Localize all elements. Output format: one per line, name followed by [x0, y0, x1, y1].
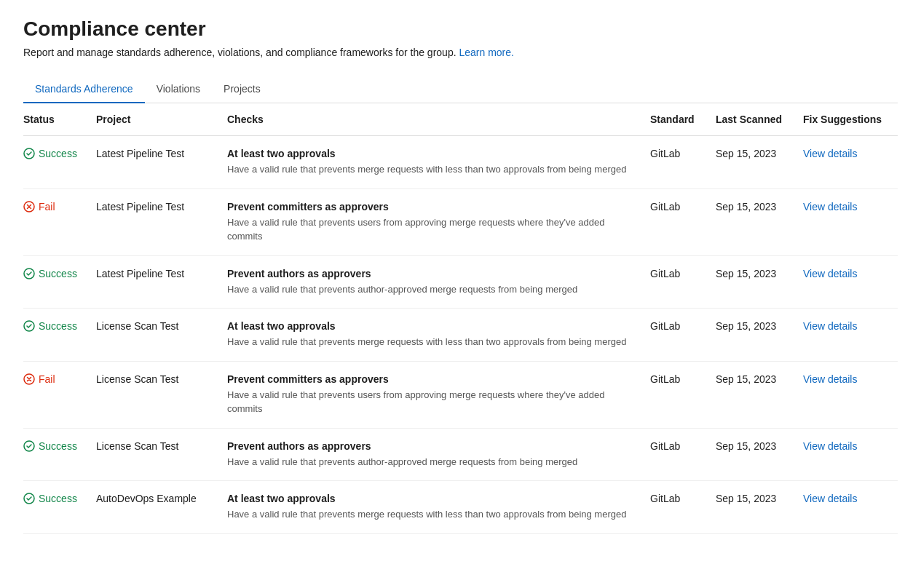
- table-row: SuccessAutoDevOps ExampleAt least two ap…: [23, 481, 898, 534]
- check-description: Have a valid rule that prevents users fr…: [227, 388, 641, 416]
- cell-project: AutoDevOps Example: [96, 481, 227, 534]
- check-description: Have a valid rule that prevents merge re…: [227, 162, 641, 177]
- cell-status: Success: [23, 309, 96, 362]
- success-icon: [23, 493, 35, 504]
- cell-checks: Prevent committers as approversHave a va…: [227, 361, 650, 428]
- table-row: SuccessLatest Pipeline TestPrevent autho…: [23, 255, 898, 309]
- status-success-indicator: Success: [23, 440, 87, 452]
- cell-last-scanned: Sep 15, 2023: [716, 361, 803, 428]
- view-details-link[interactable]: View details: [803, 373, 857, 385]
- table-header-row: Status Project Checks Standard Last Scan…: [23, 103, 898, 136]
- view-details-link[interactable]: View details: [803, 148, 857, 159]
- col-header-project: Project: [96, 103, 227, 136]
- view-details-link[interactable]: View details: [803, 493, 857, 504]
- cell-project: License Scan Test: [96, 361, 227, 428]
- check-title: At least two approvals: [227, 148, 641, 159]
- success-icon: [23, 320, 35, 332]
- cell-standard: GitLab: [650, 309, 716, 362]
- status-label: Success: [39, 268, 77, 279]
- check-description: Have a valid rule that prevents users fr…: [227, 215, 641, 244]
- tab-standards-adherence[interactable]: Standards Adherence: [23, 76, 145, 103]
- cell-status: Fail: [23, 188, 96, 255]
- cell-last-scanned: Sep 15, 2023: [716, 188, 803, 255]
- col-header-last-scanned: Last Scanned: [716, 103, 803, 136]
- cell-standard: GitLab: [650, 136, 716, 189]
- cell-standard: GitLab: [650, 255, 716, 309]
- status-label: Success: [39, 148, 77, 159]
- cell-last-scanned: Sep 15, 2023: [716, 481, 803, 534]
- status-label: Fail: [39, 201, 55, 212]
- cell-fix-suggestions: View details: [803, 255, 898, 309]
- cell-last-scanned: Sep 15, 2023: [716, 309, 803, 362]
- check-description: Have a valid rule that prevents merge re…: [227, 507, 641, 522]
- col-header-checks: Checks: [227, 103, 650, 136]
- check-title: Prevent committers as approvers: [227, 373, 641, 385]
- check-description: Have a valid rule that prevents author-a…: [227, 455, 641, 469]
- view-details-link[interactable]: View details: [803, 268, 857, 279]
- cell-fix-suggestions: View details: [803, 188, 898, 255]
- fail-icon: [23, 373, 35, 385]
- cell-status: Success: [23, 255, 96, 309]
- check-description: Have a valid rule that prevents merge re…: [227, 335, 641, 349]
- status-success-indicator: Success: [23, 268, 87, 279]
- cell-standard: GitLab: [650, 428, 716, 481]
- cell-standard: GitLab: [650, 481, 716, 534]
- compliance-table: Status Project Checks Standard Last Scan…: [23, 103, 898, 534]
- tab-projects[interactable]: Projects: [212, 76, 272, 103]
- cell-project: License Scan Test: [96, 428, 227, 481]
- table-row: SuccessLicense Scan TestAt least two app…: [23, 309, 898, 362]
- tab-bar: Standards Adherence Violations Projects: [23, 76, 898, 103]
- check-title: Prevent authors as approvers: [227, 268, 641, 279]
- cell-checks: Prevent committers as approversHave a va…: [227, 188, 650, 255]
- check-title: At least two approvals: [227, 493, 641, 504]
- view-details-link[interactable]: View details: [803, 320, 857, 332]
- cell-project: Latest Pipeline Test: [96, 188, 227, 255]
- table-row: FailLicense Scan TestPrevent committers …: [23, 361, 898, 428]
- view-details-link[interactable]: View details: [803, 440, 857, 452]
- status-label: Success: [39, 493, 77, 504]
- cell-checks: Prevent authors as approversHave a valid…: [227, 255, 650, 309]
- success-icon: [23, 440, 35, 452]
- col-header-standard: Standard: [650, 103, 716, 136]
- success-icon: [23, 268, 35, 279]
- status-fail-indicator: Fail: [23, 201, 87, 212]
- status-success-indicator: Success: [23, 493, 87, 504]
- status-label: Fail: [39, 373, 55, 385]
- cell-status: Fail: [23, 361, 96, 428]
- cell-checks: Prevent authors as approversHave a valid…: [227, 428, 650, 481]
- status-label: Success: [39, 440, 77, 452]
- cell-standard: GitLab: [650, 188, 716, 255]
- cell-project: Latest Pipeline Test: [96, 255, 227, 309]
- table-row: FailLatest Pipeline TestPrevent committe…: [23, 188, 898, 255]
- check-title: Prevent committers as approvers: [227, 201, 641, 212]
- cell-fix-suggestions: View details: [803, 428, 898, 481]
- cell-fix-suggestions: View details: [803, 309, 898, 362]
- tab-violations[interactable]: Violations: [145, 76, 212, 103]
- learn-more-link[interactable]: Learn more.: [459, 47, 513, 58]
- cell-standard: GitLab: [650, 361, 716, 428]
- col-header-status: Status: [23, 103, 96, 136]
- status-label: Success: [39, 320, 77, 332]
- view-details-link[interactable]: View details: [803, 201, 857, 212]
- cell-last-scanned: Sep 15, 2023: [716, 255, 803, 309]
- success-icon: [23, 148, 35, 159]
- cell-fix-suggestions: View details: [803, 361, 898, 428]
- check-description: Have a valid rule that prevents author-a…: [227, 282, 641, 297]
- cell-status: Success: [23, 136, 96, 189]
- cell-status: Success: [23, 428, 96, 481]
- page-title: Compliance center: [23, 17, 898, 41]
- cell-checks: At least two approvalsHave a valid rule …: [227, 481, 650, 534]
- status-success-indicator: Success: [23, 148, 87, 159]
- cell-last-scanned: Sep 15, 2023: [716, 428, 803, 481]
- table-row: SuccessLatest Pipeline TestAt least two …: [23, 136, 898, 189]
- fail-icon: [23, 201, 35, 212]
- status-success-indicator: Success: [23, 320, 87, 332]
- cell-project: License Scan Test: [96, 309, 227, 362]
- cell-checks: At least two approvalsHave a valid rule …: [227, 309, 650, 362]
- cell-last-scanned: Sep 15, 2023: [716, 136, 803, 189]
- check-title: At least two approvals: [227, 320, 641, 332]
- col-header-fix-suggestions: Fix Suggestions: [803, 103, 898, 136]
- cell-checks: At least two approvalsHave a valid rule …: [227, 136, 650, 189]
- cell-status: Success: [23, 481, 96, 534]
- check-title: Prevent authors as approvers: [227, 440, 641, 452]
